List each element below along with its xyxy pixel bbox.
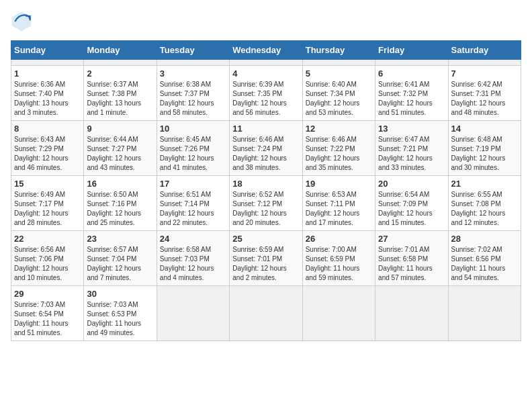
calendar-cell: 15Sunrise: 6:49 AMSunset: 7:17 PMDayligh…: [11, 176, 84, 231]
calendar-cell: 11Sunrise: 6:46 AMSunset: 7:24 PMDayligh…: [230, 121, 302, 176]
day-number: 16: [87, 179, 153, 189]
calendar-cell: 20Sunrise: 6:54 AMSunset: 7:09 PMDayligh…: [375, 176, 448, 231]
col-header-friday: Friday: [375, 41, 448, 60]
calendar-week-0: [11, 60, 521, 66]
calendar-cell: [230, 286, 302, 341]
calendar-cell: 12Sunrise: 6:46 AMSunset: 7:22 PMDayligh…: [302, 121, 375, 176]
day-number: 10: [160, 124, 226, 134]
day-number: 3: [160, 68, 226, 79]
day-info: Sunrise: 6:49 AMSunset: 7:17 PMDaylight:…: [14, 190, 81, 228]
col-header-tuesday: Tuesday: [157, 41, 229, 60]
day-info: Sunrise: 6:50 AMSunset: 7:16 PMDaylight:…: [87, 190, 153, 228]
calendar-cell: [11, 60, 84, 66]
calendar-cell: 24Sunrise: 6:58 AMSunset: 7:03 PMDayligh…: [157, 231, 229, 286]
day-number: 18: [232, 179, 299, 189]
day-number: 21: [451, 179, 518, 189]
day-number: 28: [451, 234, 518, 244]
day-number: 4: [232, 68, 299, 79]
calendar-cell: [84, 60, 157, 66]
calendar-header-row: SundayMondayTuesdayWednesdayThursdayFrid…: [11, 41, 521, 60]
day-number: 13: [378, 124, 445, 134]
calendar-cell: 16Sunrise: 6:50 AMSunset: 7:16 PMDayligh…: [84, 176, 157, 231]
day-info: Sunrise: 6:44 AMSunset: 7:27 PMDaylight:…: [87, 135, 153, 173]
day-number: 6: [378, 68, 445, 79]
calendar-cell: [230, 60, 302, 66]
day-info: Sunrise: 6:52 AMSunset: 7:12 PMDaylight:…: [232, 190, 299, 228]
day-number: 23: [87, 234, 153, 244]
day-number: 25: [232, 234, 299, 244]
calendar-cell: 23Sunrise: 6:57 AMSunset: 7:04 PMDayligh…: [84, 231, 157, 286]
day-info: Sunrise: 6:58 AMSunset: 7:03 PMDaylight:…: [160, 245, 226, 283]
calendar-cell: 26Sunrise: 7:00 AMSunset: 6:59 PMDayligh…: [302, 231, 375, 286]
day-info: Sunrise: 6:47 AMSunset: 7:21 PMDaylight:…: [378, 135, 445, 173]
day-info: Sunrise: 6:40 AMSunset: 7:34 PMDaylight:…: [306, 80, 372, 118]
calendar-cell: 10Sunrise: 6:45 AMSunset: 7:26 PMDayligh…: [157, 121, 229, 176]
day-number: 12: [306, 124, 372, 134]
day-info: Sunrise: 6:51 AMSunset: 7:14 PMDaylight:…: [160, 190, 226, 228]
calendar-cell: 27Sunrise: 7:01 AMSunset: 6:58 PMDayligh…: [375, 231, 448, 286]
calendar-cell: 9Sunrise: 6:44 AMSunset: 7:27 PMDaylight…: [84, 121, 157, 176]
calendar-cell: 4Sunrise: 6:39 AMSunset: 7:35 PMDaylight…: [230, 66, 302, 121]
calendar-cell: [157, 286, 229, 341]
calendar-cell: 8Sunrise: 6:43 AMSunset: 7:29 PMDaylight…: [11, 121, 84, 176]
day-info: Sunrise: 6:57 AMSunset: 7:04 PMDaylight:…: [87, 245, 153, 283]
calendar-cell: [302, 60, 375, 66]
day-number: 27: [378, 234, 445, 244]
calendar-cell: [448, 60, 521, 66]
calendar-week-1: 1Sunrise: 6:36 AMSunset: 7:40 PMDaylight…: [11, 66, 521, 121]
day-info: Sunrise: 6:48 AMSunset: 7:19 PMDaylight:…: [451, 135, 518, 173]
day-info: Sunrise: 6:54 AMSunset: 7:09 PMDaylight:…: [378, 190, 445, 228]
day-number: 14: [451, 124, 518, 134]
day-number: 26: [306, 234, 372, 244]
day-number: 22: [14, 234, 81, 244]
calendar-cell: [375, 286, 448, 341]
calendar-table: SundayMondayTuesdayWednesdayThursdayFrid…: [11, 40, 521, 341]
calendar-cell: [375, 60, 448, 66]
calendar-week-5: 29Sunrise: 7:03 AMSunset: 6:54 PMDayligh…: [11, 286, 521, 341]
calendar-cell: 30Sunrise: 7:03 AMSunset: 6:53 PMDayligh…: [84, 286, 157, 341]
calendar-cell: 19Sunrise: 6:53 AMSunset: 7:11 PMDayligh…: [302, 176, 375, 231]
calendar-cell: 21Sunrise: 6:55 AMSunset: 7:08 PMDayligh…: [448, 176, 521, 231]
day-info: Sunrise: 7:03 AMSunset: 6:54 PMDaylight:…: [14, 300, 81, 338]
calendar-cell: [302, 286, 375, 341]
day-number: 15: [14, 179, 81, 189]
day-info: Sunrise: 6:59 AMSunset: 7:01 PMDaylight:…: [232, 245, 299, 283]
day-info: Sunrise: 6:46 AMSunset: 7:24 PMDaylight:…: [232, 135, 299, 173]
calendar-cell: [448, 286, 521, 341]
calendar-week-4: 22Sunrise: 6:56 AMSunset: 7:06 PMDayligh…: [11, 231, 521, 286]
day-info: Sunrise: 7:00 AMSunset: 6:59 PMDaylight:…: [306, 245, 372, 283]
col-header-monday: Monday: [84, 41, 157, 60]
day-info: Sunrise: 6:42 AMSunset: 7:31 PMDaylight:…: [451, 80, 518, 118]
col-header-saturday: Saturday: [448, 41, 521, 60]
day-info: Sunrise: 6:53 AMSunset: 7:11 PMDaylight:…: [306, 190, 372, 228]
day-info: Sunrise: 6:46 AMSunset: 7:22 PMDaylight:…: [306, 135, 372, 173]
day-number: 20: [378, 179, 445, 189]
col-header-wednesday: Wednesday: [230, 41, 302, 60]
calendar-cell: 22Sunrise: 6:56 AMSunset: 7:06 PMDayligh…: [11, 231, 84, 286]
day-info: Sunrise: 6:56 AMSunset: 7:06 PMDaylight:…: [14, 245, 81, 283]
calendar-cell: 3Sunrise: 6:38 AMSunset: 7:37 PMDaylight…: [157, 66, 229, 121]
day-info: Sunrise: 6:55 AMSunset: 7:08 PMDaylight:…: [451, 190, 518, 228]
calendar-cell: [157, 60, 229, 66]
day-number: 7: [451, 68, 518, 79]
calendar-cell: 17Sunrise: 6:51 AMSunset: 7:14 PMDayligh…: [157, 176, 229, 231]
col-header-thursday: Thursday: [302, 41, 375, 60]
day-info: Sunrise: 6:45 AMSunset: 7:26 PMDaylight:…: [160, 135, 226, 173]
calendar-cell: 7Sunrise: 6:42 AMSunset: 7:31 PMDaylight…: [448, 66, 521, 121]
day-info: Sunrise: 7:02 AMSunset: 6:56 PMDaylight:…: [451, 245, 518, 283]
day-number: 24: [160, 234, 226, 244]
calendar-cell: 18Sunrise: 6:52 AMSunset: 7:12 PMDayligh…: [230, 176, 302, 231]
day-info: Sunrise: 7:03 AMSunset: 6:53 PMDaylight:…: [87, 300, 153, 338]
day-number: 9: [87, 124, 153, 134]
page-header: [11, 11, 521, 32]
day-number: 1: [14, 68, 81, 79]
day-number: 8: [14, 124, 81, 134]
calendar-cell: 6Sunrise: 6:41 AMSunset: 7:32 PMDaylight…: [375, 66, 448, 121]
calendar-cell: 5Sunrise: 6:40 AMSunset: 7:34 PMDaylight…: [302, 66, 375, 121]
day-info: Sunrise: 6:38 AMSunset: 7:37 PMDaylight:…: [160, 80, 226, 118]
day-info: Sunrise: 6:37 AMSunset: 7:38 PMDaylight:…: [87, 80, 153, 118]
day-number: 11: [232, 124, 299, 134]
calendar-week-3: 15Sunrise: 6:49 AMSunset: 7:17 PMDayligh…: [11, 176, 521, 231]
day-number: 5: [306, 68, 372, 79]
day-info: Sunrise: 6:43 AMSunset: 7:29 PMDaylight:…: [14, 135, 81, 173]
